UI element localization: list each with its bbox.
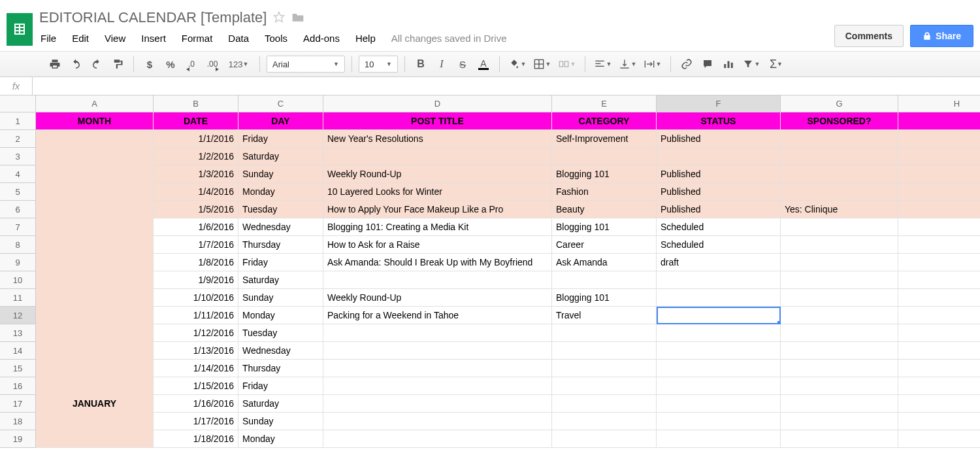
cell-D4[interactable]: Weekly Round-Up [323, 165, 552, 183]
cell-D3[interactable] [323, 148, 552, 165]
paint-format-icon[interactable] [108, 55, 127, 73]
header-cell-b[interactable]: DATE [154, 112, 238, 130]
row-header-16[interactable]: 16 [0, 377, 36, 395]
cell-month[interactable] [36, 413, 154, 430]
cell-D16[interactable] [323, 377, 552, 395]
insert-link-icon[interactable] [678, 55, 696, 73]
cell-H17[interactable] [898, 395, 980, 413]
cell-E17[interactable] [552, 395, 657, 413]
text-color-icon[interactable]: A [474, 55, 493, 73]
menu-edit[interactable]: Edit [72, 33, 89, 44]
italic-icon[interactable]: I [433, 55, 451, 73]
cell-E7[interactable]: Blogging 101 [552, 218, 657, 236]
cell-month[interactable] [36, 218, 154, 236]
cell-C13[interactable]: Tuesday [238, 324, 323, 342]
star-icon[interactable] [273, 11, 285, 25]
column-header-H[interactable]: H [898, 95, 980, 112]
menu-help[interactable]: Help [355, 33, 376, 44]
cell-D13[interactable] [323, 324, 552, 342]
cell-B7[interactable]: 1/6/2016 [154, 218, 238, 236]
cell-B19[interactable]: 1/18/2016 [154, 430, 238, 448]
cell-H16[interactable] [898, 377, 980, 395]
column-header-F[interactable]: F [657, 95, 781, 112]
cell-month[interactable] [36, 307, 154, 324]
header-cell-f[interactable]: STATUS [657, 112, 781, 130]
percent-button[interactable]: % [161, 55, 180, 73]
text-wrap-icon[interactable]: ▼ [642, 55, 664, 73]
cell-D9[interactable]: Ask Amanda: Should I Break Up with My Bo… [323, 254, 552, 271]
print-icon[interactable] [46, 55, 64, 73]
redo-icon[interactable] [88, 55, 106, 73]
cell-C6[interactable]: Tuesday [238, 201, 323, 218]
cell-G15[interactable] [781, 360, 898, 377]
cell-E13[interactable] [552, 324, 657, 342]
header-cell-a[interactable]: MONTH [36, 112, 154, 130]
row-header-3[interactable]: 3 [0, 148, 36, 165]
cell-H14[interactable] [898, 342, 980, 360]
cell-E5[interactable]: Fashion [552, 183, 657, 201]
cell-C17[interactable]: Saturday [238, 395, 323, 413]
menu-data[interactable]: Data [228, 33, 249, 44]
cell-H19[interactable] [898, 430, 980, 448]
cell-E11[interactable]: Blogging 101 [552, 289, 657, 307]
cell-F13[interactable] [657, 324, 781, 342]
row-header-2[interactable]: 2 [0, 130, 36, 148]
merge-cells-icon[interactable]: ▼ [556, 55, 578, 73]
undo-icon[interactable] [67, 55, 85, 73]
cell-month[interactable] [36, 430, 154, 448]
borders-icon[interactable]: ▼ [531, 55, 553, 73]
comments-button[interactable]: Comments [834, 25, 904, 47]
cell-F18[interactable] [657, 413, 781, 430]
cell-F7[interactable]: Scheduled [657, 218, 781, 236]
cell-G8[interactable] [781, 236, 898, 254]
font-size-select[interactable]: 10▼ [359, 56, 398, 73]
cell-H10[interactable] [898, 271, 980, 289]
cell-F19[interactable] [657, 430, 781, 448]
menu-addons[interactable]: Add-ons [303, 33, 340, 44]
cell-D15[interactable] [323, 360, 552, 377]
cell-C9[interactable]: Friday [238, 254, 323, 271]
cell-E6[interactable]: Beauty [552, 201, 657, 218]
cell-month[interactable] [36, 342, 154, 360]
cell-D7[interactable]: Blogging 101: Creating a Media Kit [323, 218, 552, 236]
cell-G5[interactable] [781, 183, 898, 201]
cell-D11[interactable]: Weekly Round-Up [323, 289, 552, 307]
cell-C2[interactable]: Friday [238, 130, 323, 148]
cell-H13[interactable] [898, 324, 980, 342]
number-format-button[interactable]: 123 ▼ [224, 55, 253, 73]
cell-F5[interactable]: Published [657, 183, 781, 201]
cell-B13[interactable]: 1/12/2016 [154, 324, 238, 342]
cell-C10[interactable]: Saturday [238, 271, 323, 289]
row-header-14[interactable]: 14 [0, 342, 36, 360]
insert-comment-icon[interactable] [698, 55, 717, 73]
row-header-17[interactable]: 17 [0, 395, 36, 413]
row-header-11[interactable]: 11 [0, 289, 36, 307]
cell-H4[interactable] [898, 165, 980, 183]
cell-F10[interactable] [657, 271, 781, 289]
functions-icon[interactable]: Σ ▼ [765, 55, 787, 73]
cell-E12[interactable]: Travel [552, 307, 657, 324]
menu-format[interactable]: Format [182, 33, 213, 44]
fill-color-icon[interactable]: ▼ [506, 55, 529, 73]
cell-C19[interactable]: Monday [238, 430, 323, 448]
cell-month[interactable] [36, 360, 154, 377]
formula-input[interactable] [33, 77, 980, 95]
cell-H9[interactable] [898, 254, 980, 271]
font-family-select[interactable]: Arial▼ [267, 56, 345, 73]
cell-D14[interactable] [323, 342, 552, 360]
cell-F8[interactable]: Scheduled [657, 236, 781, 254]
cell-G2[interactable] [781, 130, 898, 148]
cell-H3[interactable] [898, 148, 980, 165]
cell-C7[interactable]: Wednesday [238, 218, 323, 236]
cell-month[interactable] [36, 236, 154, 254]
row-header-8[interactable]: 8 [0, 236, 36, 254]
cell-C11[interactable]: Sunday [238, 289, 323, 307]
cell-month[interactable] [36, 324, 154, 342]
row-header-19[interactable]: 19 [0, 430, 36, 448]
cell-B3[interactable]: 1/2/2016 [154, 148, 238, 165]
column-header-A[interactable]: A [36, 95, 154, 112]
column-header-B[interactable]: B [154, 95, 238, 112]
cell-month[interactable] [36, 165, 154, 183]
cell-G9[interactable] [781, 254, 898, 271]
bold-icon[interactable]: B [412, 55, 430, 73]
